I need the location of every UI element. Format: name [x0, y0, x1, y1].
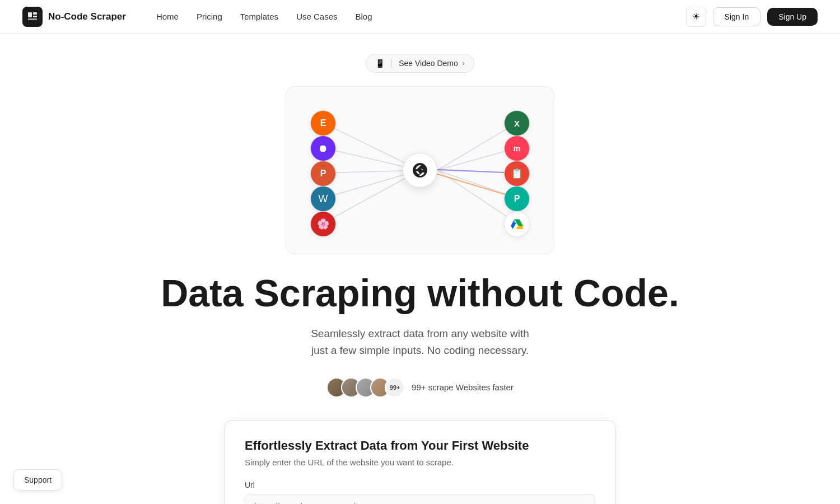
logo-icon — [22, 7, 43, 27]
sun-icon: ☀ — [692, 11, 700, 22]
node-excel: X — [504, 110, 530, 136]
form-subtitle: Simply enter the URL of the website you … — [245, 458, 595, 467]
brand-name: No-Code Scraper — [48, 11, 126, 22]
form-title: Effortlessly Extract Data from Your Firs… — [245, 438, 595, 453]
node-wordpress: W — [310, 186, 336, 212]
phone-icon: 📱 — [375, 59, 385, 68]
url-label: Url — [245, 480, 595, 489]
signin-button[interactable]: Sign In — [713, 7, 761, 26]
node-yelp: 🌸 — [310, 211, 336, 237]
social-proof-text: 99+ scrape Websites faster — [412, 382, 514, 392]
node-sheets: 📋 — [504, 161, 530, 186]
avatar-group: 99+ — [326, 377, 405, 398]
hero-subtitle-line2: just a few simple inputs. No coding nece… — [311, 344, 529, 356]
svg-rect-3 — [28, 18, 37, 20]
video-demo-label: See Video Demo — [399, 59, 458, 68]
nav-links: Home Pricing Templates Use Cases Blog — [148, 7, 686, 26]
nav-home[interactable]: Home — [148, 7, 186, 26]
navbar: No-Code Scraper Home Pricing Templates U… — [0, 0, 840, 34]
hero-diagram: E ⏺ P W 🌸 X m 📋 P — [286, 86, 554, 254]
node-product-hunt: P — [310, 161, 336, 186]
avatar-count: 99+ — [385, 377, 405, 398]
svg-rect-1 — [33, 12, 37, 15]
nav-use-cases[interactable]: Use Cases — [288, 7, 345, 26]
nav-actions: ☀ Sign In Sign Up — [686, 7, 818, 27]
hero-subtitle: Seamlessly extract data from any website… — [311, 325, 529, 360]
nav-pricing[interactable]: Pricing — [189, 7, 230, 26]
nav-blog[interactable]: Blog — [347, 7, 380, 26]
nav-templates[interactable]: Templates — [232, 7, 286, 26]
logo-link[interactable]: No-Code Scraper — [22, 7, 126, 27]
badge-divider — [391, 59, 392, 68]
node-drive — [504, 211, 530, 237]
hero-title: Data Scraping without Code. — [161, 272, 679, 314]
node-loom: ⏺ — [310, 136, 336, 161]
node-center-ai — [403, 153, 437, 188]
node-etsy: E — [310, 110, 336, 136]
extraction-form-card: Effortlessly Extract Data from Your Firs… — [224, 420, 616, 504]
svg-rect-2 — [33, 16, 37, 17]
node-monday: m — [504, 136, 530, 161]
node-padlet: P — [504, 186, 530, 212]
video-demo-badge[interactable]: 📱 See Video Demo › — [366, 54, 474, 73]
chevron-right-icon: › — [463, 59, 465, 67]
signup-button[interactable]: Sign Up — [767, 8, 818, 26]
hero-subtitle-line1: Seamlessly extract data from any website… — [311, 328, 529, 339]
url-input[interactable] — [245, 494, 595, 504]
support-button[interactable]: Support — [13, 469, 62, 491]
theme-toggle-button[interactable]: ☀ — [686, 7, 706, 27]
main-content: 📱 See Video Demo › E ⏺ — [0, 34, 840, 504]
svg-rect-0 — [28, 12, 32, 17]
social-proof: 99+ 99+ scrape Websites faster — [326, 377, 514, 398]
